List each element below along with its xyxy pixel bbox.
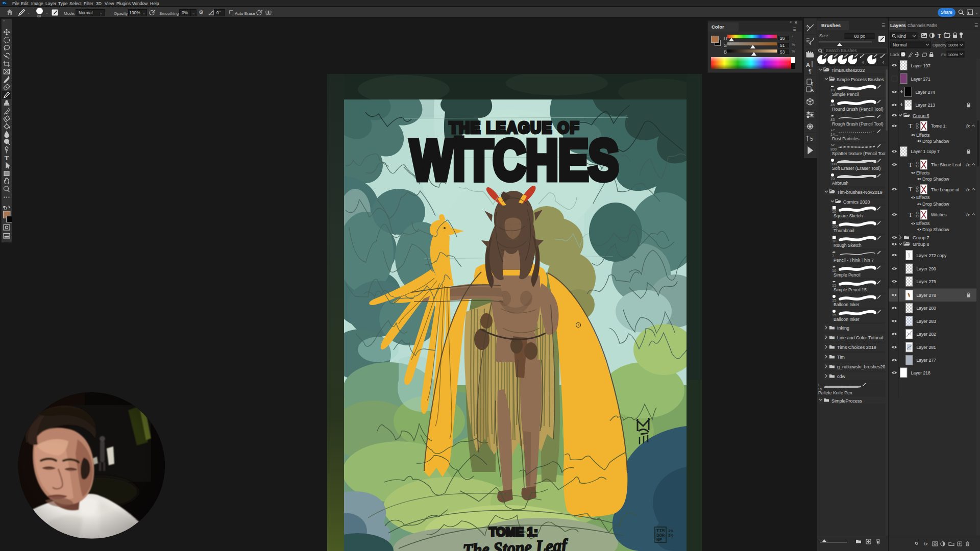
svg-text:A: A <box>806 62 810 68</box>
svg-text:T: T <box>909 122 913 130</box>
svg-text:Drop Shadow: Drop Shadow <box>922 202 949 207</box>
svg-text:Layer 1 copy 7: Layer 1 copy 7 <box>911 149 940 154</box>
svg-text:The League of: The League of <box>931 187 960 192</box>
svg-text:A: A <box>811 88 814 93</box>
svg-text:g_rutkowski_brushes201...: g_rutkowski_brushes201... <box>837 364 888 369</box>
svg-text:100%: 100% <box>948 53 958 57</box>
svg-text:fx: fx <box>966 123 970 129</box>
svg-text:Soft Eraser (Eraser Tool): Soft Eraser (Eraser Tool) <box>832 166 881 171</box>
svg-text:Drop Shadow: Drop Shadow <box>922 177 949 182</box>
svg-text:Size:: Size: <box>819 33 829 38</box>
svg-text:Comics 2020: Comics 2020 <box>843 199 870 205</box>
svg-text:Layers: Layers <box>890 22 906 28</box>
svg-text:Layer 197: Layer 197 <box>911 63 930 68</box>
svg-text:Effects: Effects <box>916 195 930 200</box>
svg-text:Tome 1:: Tome 1: <box>931 123 947 129</box>
svg-text:Group 7: Group 7 <box>913 235 929 240</box>
svg-text:Simple Pencil: Simple Pencil <box>832 92 859 97</box>
svg-text:Layer 271: Layer 271 <box>911 77 930 82</box>
svg-text:Effects: Effects <box>916 170 930 176</box>
svg-text:¶: ¶ <box>811 81 814 86</box>
svg-text:20: 20 <box>668 529 673 533</box>
svg-text:24: 24 <box>668 533 673 538</box>
svg-text:Simple Pencil: Simple Pencil <box>834 272 861 278</box>
svg-text:Tims Choices 2019: Tims Choices 2019 <box>837 345 876 350</box>
svg-text:Simple Pencil 15: Simple Pencil 15 <box>834 287 867 292</box>
svg-text:Pallete Knife Pen: Pallete Knife Pen <box>818 390 852 395</box>
svg-text:Layer 280: Layer 280 <box>917 306 936 311</box>
svg-text:Paths: Paths <box>926 23 937 28</box>
svg-text:Layer 283: Layer 283 <box>917 319 936 324</box>
svg-text:Balloon Inker: Balloon Inker <box>834 302 860 307</box>
svg-text:Line and Color Tutorial: Line and Color Tutorial <box>837 335 884 340</box>
svg-text:Channels: Channels <box>908 23 925 28</box>
svg-text:Airbrush: Airbrush <box>832 181 849 186</box>
svg-text:Layer 281: Layer 281 <box>917 345 936 350</box>
svg-text:Simple Process Brushes: Simple Process Brushes <box>837 77 884 82</box>
svg-text:T: T <box>909 211 913 218</box>
svg-text:Layer 218: Layer 218 <box>911 370 930 375</box>
svg-text:Pencil - Think Thin 7: Pencil - Think Thin 7 <box>834 258 874 263</box>
svg-text:T: T <box>938 33 941 39</box>
svg-text:fx: fx <box>966 212 970 217</box>
svg-text:Effects: Effects <box>916 221 930 226</box>
svg-text:Layer 282: Layer 282 <box>917 332 936 337</box>
svg-text:fx: fx <box>966 162 970 167</box>
svg-text:Layer 213: Layer 213 <box>916 103 935 108</box>
svg-text:Layer 277: Layer 277 <box>917 358 936 363</box>
svg-text:Square Sketch: Square Sketch <box>834 213 863 218</box>
svg-text:Drop Shadow: Drop Shadow <box>922 227 949 232</box>
svg-text:Normal: Normal <box>893 42 907 47</box>
svg-text:Inking: Inking <box>837 325 849 331</box>
svg-text:fx: fx <box>966 187 970 192</box>
svg-text:Witches: Witches <box>931 212 947 217</box>
svg-text:Search Brushes: Search Brushes <box>826 48 856 53</box>
svg-text:cdw: cdw <box>837 374 846 379</box>
svg-text:Group 6: Group 6 <box>913 113 929 118</box>
svg-text:Group 8: Group 8 <box>913 242 929 247</box>
svg-text:Layer 278: Layer 278 <box>917 293 936 298</box>
svg-text:4: 4 <box>882 60 885 65</box>
svg-text:☰: ☰ <box>881 23 885 28</box>
svg-text:Tim-brushes-Nov2019: Tim-brushes-Nov2019 <box>837 190 883 195</box>
svg-text:Round Brush (Pencil Tool): Round Brush (Pencil Tool) <box>832 107 884 112</box>
svg-text:WiTCHES: WiTCHES <box>410 128 619 192</box>
svg-text:T: T <box>909 186 913 193</box>
svg-text:☰: ☰ <box>974 23 978 28</box>
svg-text:¶: ¶ <box>808 68 812 74</box>
svg-text:100%: 100% <box>948 43 958 47</box>
svg-text:Opacity:: Opacity: <box>933 43 947 47</box>
svg-text:Splatter texture (Pencil Tool): Splatter texture (Pencil Tool) <box>832 151 888 156</box>
svg-text:Layer 290: Layer 290 <box>917 266 936 271</box>
svg-text:Kind: Kind <box>897 34 906 39</box>
svg-text:Dust Particles: Dust Particles <box>832 136 860 141</box>
svg-text:Balloon Inker: Balloon Inker <box>834 317 860 322</box>
svg-text:fx: fx <box>924 541 928 546</box>
svg-text:Drop Shadow: Drop Shadow <box>922 139 949 144</box>
svg-text:Effects: Effects <box>916 133 930 138</box>
svg-text:Tim: Tim <box>837 355 845 360</box>
svg-text:T: T <box>5 154 9 162</box>
svg-text:T: T <box>909 161 913 168</box>
svg-text:TimBrushes2022: TimBrushes2022 <box>831 68 865 73</box>
svg-text:Lock:: Lock: <box>890 52 901 57</box>
svg-text:Rough Brush (Pencil Tool): Rough Brush (Pencil Tool) <box>832 121 884 127</box>
svg-text:SimpleProcess: SimpleProcess <box>831 398 863 404</box>
svg-text:Brushes: Brushes <box>821 22 841 28</box>
svg-text:The Stone Leaf: The Stone Leaf <box>931 162 961 167</box>
svg-text:Thumbnail: Thumbnail <box>834 228 854 233</box>
svg-text:Rough Sketch: Rough Sketch <box>834 243 862 248</box>
svg-text:Layer 279: Layer 279 <box>917 279 936 284</box>
svg-text:Layer 274: Layer 274 <box>916 90 935 95</box>
svg-text:4: 4 <box>862 60 864 65</box>
svg-text:80 px: 80 px <box>854 34 866 39</box>
svg-text:Layer 272 copy: Layer 272 copy <box>917 253 947 258</box>
svg-text:5: 5 <box>810 136 813 142</box>
